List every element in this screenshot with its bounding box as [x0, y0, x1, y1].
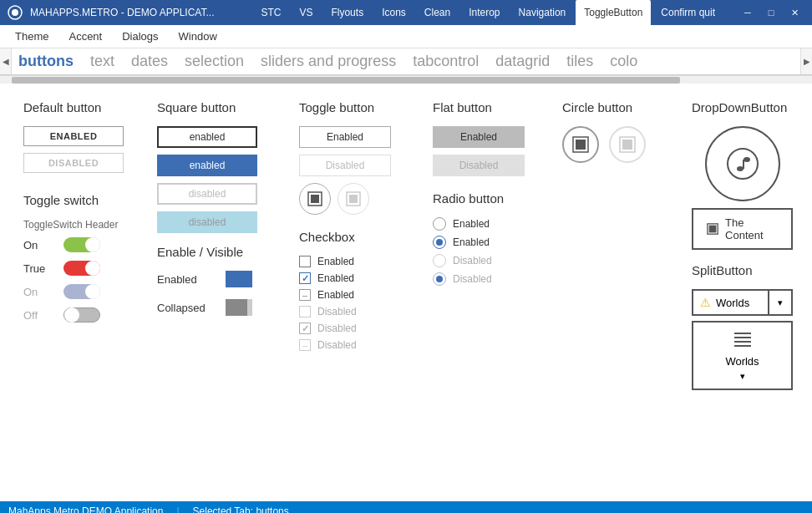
radio-label4: Disabled [453, 273, 492, 285]
close-button[interactable]: ✕ [784, 4, 805, 21]
tab-confirmquit[interactable]: Confirm quit [652, 0, 723, 25]
checkbox-label4: Disabled [317, 306, 357, 317]
menu-theme[interactable]: Theme [7, 27, 57, 46]
toggle-track-on1[interactable] [63, 237, 100, 252]
scrollbar-thumb[interactable] [12, 77, 680, 84]
svg-rect-9 [622, 140, 632, 150]
tab-togglebutton[interactable]: ToggleButton [576, 0, 651, 25]
toggle-enabled-button[interactable]: Enabled [299, 126, 391, 148]
tab-stc[interactable]: STC [252, 0, 289, 25]
toggle-thumb-off [64, 307, 79, 323]
toggle-button-title: Toggle button [299, 100, 413, 114]
split-btn-arrow1[interactable]: ▾ [768, 291, 791, 314]
scroll-left-button[interactable]: ◀ [0, 48, 12, 75]
tab-navigation[interactable]: Navigation [510, 0, 575, 25]
tab-flyouts[interactable]: Flyouts [322, 0, 372, 25]
menu-window[interactable]: Window [170, 27, 226, 46]
checkbox-row6: – Disabled [299, 339, 413, 351]
svg-rect-16 [734, 333, 751, 334]
toggle-icon-btn2 [337, 183, 369, 215]
dropdown-content-btn[interactable]: The Content [692, 208, 793, 250]
toggle-track-true[interactable] [63, 261, 100, 276]
tab-clean[interactable]: Clean [416, 0, 459, 25]
tab-tabcontrol[interactable]: tabcontrol [413, 53, 479, 70]
tab-colo[interactable]: colo [610, 53, 637, 70]
scroll-right-button[interactable]: ▶ [800, 48, 812, 75]
tab-vs[interactable]: VS [291, 0, 321, 25]
split-btn-arrow2[interactable]: ▾ [740, 371, 745, 382]
tab-text[interactable]: text [90, 53, 114, 70]
svg-rect-3 [311, 195, 319, 203]
svg-point-13 [737, 166, 743, 171]
svg-rect-15 [709, 226, 717, 233]
ev-enabled-toggle[interactable] [226, 271, 269, 287]
titlebar-tabs: STC VS Flyouts Icons Clean Interop Navig… [252, 0, 723, 25]
tab-interop[interactable]: Interop [460, 0, 508, 25]
dropdown-music-icon-btn[interactable] [705, 126, 780, 201]
checkbox-label2: Enabled [317, 272, 354, 284]
tab-dates[interactable]: dates [131, 53, 168, 70]
disabled-button: DISABLED [23, 153, 124, 173]
toggle-icon-buttons [299, 183, 413, 215]
tab-datagrid[interactable]: datagrid [495, 53, 550, 70]
circle-btn1[interactable] [562, 126, 599, 163]
square-enabled2-button[interactable]: enabled [157, 155, 257, 176]
checkbox-row2: ✓ Enabled [299, 272, 413, 284]
circle-btn2 [609, 126, 646, 163]
radio2[interactable] [433, 236, 446, 249]
radio-label2: Enabled [453, 236, 490, 248]
tab-selection[interactable]: selection [185, 53, 244, 70]
radio-row2: Enabled [433, 236, 542, 249]
checkbox2[interactable]: ✓ [299, 272, 311, 284]
svg-rect-7 [576, 140, 586, 150]
flat-disabled-button: Disabled [433, 155, 525, 176]
checkbox-label5: Disabled [317, 323, 357, 334]
menu-accent[interactable]: Accent [60, 27, 110, 46]
checkbox5: ✓ [299, 323, 311, 334]
toggle-track-on2[interactable] [63, 284, 100, 299]
split-btn-worlds-label2: Worlds [725, 355, 759, 368]
square-enabled1-button[interactable]: enabled [157, 126, 257, 148]
svg-point-11 [743, 157, 750, 162]
radio-dot4 [436, 276, 443, 282]
radio-dot2 [436, 239, 443, 246]
section-square-button: Square button enabled enabled disabled d… [147, 94, 289, 491]
flat-enabled-button[interactable]: Enabled [433, 126, 525, 148]
toggle-row-true: True [23, 261, 137, 276]
checkbox1[interactable] [299, 256, 311, 267]
section-default-button: Default button ENABLED DISABLED Toggle s… [13, 94, 147, 491]
radio1[interactable] [433, 217, 446, 231]
tab-sliders[interactable]: sliders and progress [261, 53, 396, 70]
checkbox6: – [299, 339, 311, 351]
ev-collapsed-thumb [252, 299, 269, 316]
tab-icons[interactable]: Icons [373, 0, 414, 25]
toggle-disabled-button: Disabled [299, 155, 391, 176]
svg-point-1 [12, 9, 18, 16]
radio4 [433, 272, 446, 286]
toggle-row-on-green: On [23, 237, 137, 252]
maximize-button[interactable]: □ [760, 4, 782, 21]
radio-label3: Disabled [453, 255, 492, 267]
toggle-track-off[interactable] [63, 307, 100, 323]
horizontal-scrollbar[interactable] [0, 75, 812, 84]
split-btn-worlds-label1: Worlds [716, 297, 749, 309]
tabs-content: buttons text dates selection sliders and… [12, 53, 800, 70]
toggle-icon-btn1[interactable] [299, 183, 331, 215]
split-button-title: SplitButton [692, 263, 793, 277]
checkbox3[interactable]: – [299, 289, 311, 301]
checkbox4 [299, 306, 311, 317]
tab-tiles[interactable]: tiles [566, 53, 593, 70]
enabled-button[interactable]: ENABLED [23, 126, 124, 146]
statusbar-left: MahApps.Metro DEMO Application [8, 505, 163, 513]
toggle-switch-header: ToggleSwitch Header [23, 219, 137, 231]
svg-rect-19 [734, 345, 751, 347]
window-controls: ─ □ ✕ [737, 4, 805, 21]
toggle-row-off: Off [23, 307, 137, 323]
tab-buttons[interactable]: buttons [18, 53, 74, 70]
split-btn-label1[interactable]: ⚠ Worlds [693, 296, 768, 309]
toggle-thumb-on2 [85, 284, 100, 299]
minimize-button[interactable]: ─ [737, 4, 759, 21]
ev-collapsed-toggle[interactable] [226, 299, 269, 316]
menu-dialogs[interactable]: Dialogs [114, 27, 166, 46]
split-btn-row2[interactable]: Worlds ▾ [692, 321, 793, 390]
